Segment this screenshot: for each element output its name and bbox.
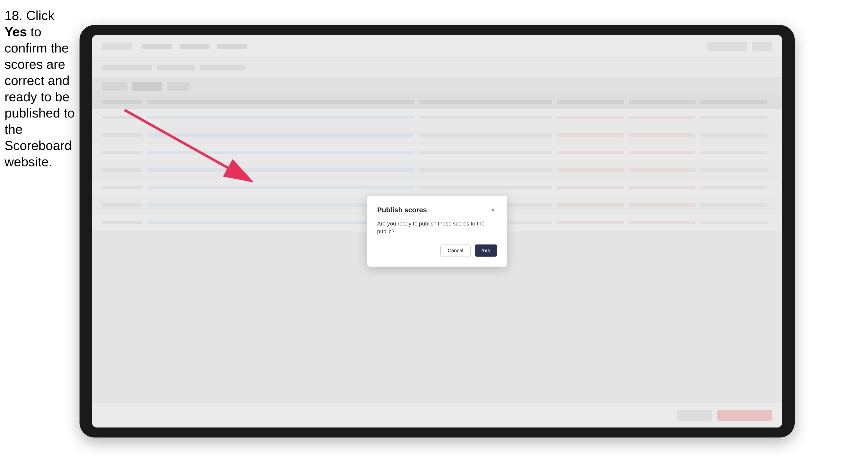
modal-close-button[interactable]: × (489, 206, 497, 214)
instruction-text: 18. Click Yes to confirm the scores are … (4, 7, 77, 170)
modal-header: Publish scores × (377, 206, 497, 214)
yes-button[interactable]: Yes (475, 244, 497, 256)
cancel-button[interactable]: Cancel (440, 244, 470, 256)
instruction-suffix: to confirm the scores are correct and re… (4, 25, 74, 169)
publish-scores-modal: Publish scores × Are you ready to publis… (367, 196, 507, 267)
modal-overlay: Publish scores × Are you ready to publis… (92, 35, 782, 428)
modal-body: Are you ready to publish these scores to… (377, 220, 497, 236)
instruction-prefix: Click (23, 8, 54, 23)
modal-message: Are you ready to publish these scores to… (377, 220, 497, 236)
step-number: 18. (4, 8, 23, 23)
bold-keyword: Yes (4, 25, 27, 39)
tablet-screen: Publish scores × Are you ready to publis… (92, 35, 782, 428)
modal-title: Publish scores (377, 206, 427, 214)
tablet-device: Publish scores × Are you ready to publis… (80, 25, 795, 437)
modal-footer: Cancel Yes (377, 244, 497, 256)
